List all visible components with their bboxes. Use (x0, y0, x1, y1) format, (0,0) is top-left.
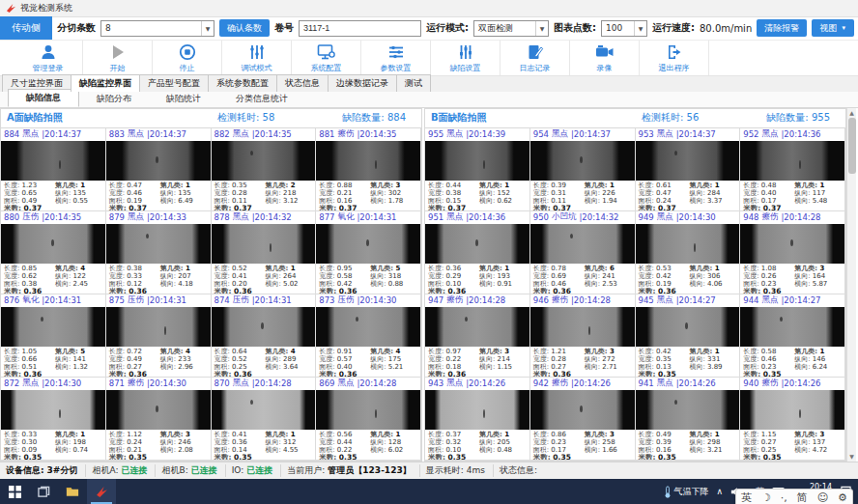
chart-points-select[interactable]: 100▼ (601, 20, 647, 37)
debug-mode-button[interactable]: 调试模式 (222, 41, 292, 75)
defect-image[interactable] (636, 224, 740, 264)
ime-language-toggle[interactable]: 英 (741, 490, 752, 504)
defect-cell[interactable]: 880压伤|20:14:35长度: 0.85宽度: 0.62面积: 0.38第几… (1, 211, 106, 294)
defect-cell[interactable]: 873压伤|20:14:30长度: 0.91宽度: 0.57面积: 0.40第几… (316, 294, 421, 378)
defect-cell[interactable]: 874压伤|20:14:31长度: 0.64宽度: 0.52面积: 0.25第几… (212, 294, 317, 378)
defect-cell[interactable]: 884黑点|20:14:37长度: 1.23宽度: 0.65面积: 0.49第几… (1, 128, 106, 211)
start-button[interactable]: 开始 (83, 41, 153, 75)
defect-image[interactable] (316, 390, 420, 430)
ime-punctuation-icon[interactable]: ·, (781, 491, 787, 504)
subtab-defect-distribution[interactable]: 缺陷分布 (79, 91, 149, 107)
defect-cell[interactable]: 870黑点|20:14:28长度: 0.41宽度: 0.36面积: 0.14第几… (212, 378, 317, 461)
defect-image[interactable] (636, 307, 740, 347)
defect-cell[interactable]: 882黑点|20:14:35长度: 0.35宽度: 0.28面积: 0.11第几… (212, 128, 317, 211)
defect-image[interactable] (425, 307, 529, 347)
defect-cell[interactable]: 944黑点|20:14:27长度: 0.58宽度: 0.46面积: 0.23第几… (740, 294, 845, 378)
exit-button[interactable]: 退出程序 (640, 41, 709, 75)
param-settings-button[interactable]: 参数设置 (361, 41, 431, 75)
defect-image[interactable] (425, 224, 529, 264)
defect-image[interactable] (530, 390, 635, 430)
ime-fullhalf-moon-icon[interactable]: ☽ (761, 491, 771, 504)
defect-image[interactable] (740, 224, 844, 264)
defect-cell[interactable]: 946擦伤|20:14:28长度: 1.21宽度: 0.28面积: 0.27第几… (530, 294, 636, 378)
clear-alarm-button[interactable]: 清除报警 (757, 19, 807, 37)
run-mode-select[interactable]: 双面检测▼ (473, 20, 549, 37)
defect-cell[interactable]: 953黑点|20:14:37长度: 0.61宽度: 0.47面积: 0.24第几… (636, 128, 741, 211)
confirm-count-button[interactable]: 确认条数 (219, 19, 270, 37)
defect-image[interactable] (106, 390, 211, 430)
defect-image[interactable] (1, 390, 105, 430)
defect-cell[interactable]: 948擦伤|20:14:28长度: 1.08宽度: 0.26面积: 0.23第几… (740, 211, 845, 294)
task-view-button[interactable] (29, 479, 58, 504)
defect-image[interactable] (212, 141, 316, 181)
detection-app-taskbar-button[interactable] (87, 479, 116, 504)
tab-system-params[interactable]: 系统参数配置 (208, 74, 277, 92)
scroll-up-icon[interactable]: ▲ (849, 108, 854, 118)
start-button[interactable] (0, 479, 29, 504)
defect-cell[interactable]: 951黑点|20:14:36长度: 0.36宽度: 0.29面积: 0.10第几… (425, 211, 530, 294)
defect-cell[interactable]: 941黑点|20:14:26长度: 0.49宽度: 0.39面积: 0.16第几… (636, 378, 741, 461)
defect-image[interactable] (740, 141, 844, 181)
defect-image[interactable] (740, 390, 844, 430)
scroll-down-icon[interactable]: ▼ (849, 452, 854, 462)
vertical-scrollbar[interactable]: ▲ ▼ (846, 108, 856, 462)
defect-image[interactable] (425, 390, 529, 430)
defect-image[interactable] (316, 141, 420, 181)
defect-cell[interactable]: 877氧化|20:14:31长度: 0.95宽度: 0.58面积: 0.42第几… (316, 211, 421, 294)
ime-emoji-icon[interactable]: ☺ (817, 491, 828, 504)
tab-product-model[interactable]: 产品型号配置 (139, 74, 209, 92)
ime-simplified-toggle[interactable]: 简 (797, 490, 808, 504)
defect-image[interactable] (106, 224, 211, 264)
defect-cell[interactable]: 943黑点|20:14:26长度: 0.37宽度: 0.32面积: 0.10第几… (425, 378, 530, 461)
defect-cell[interactable]: 949黑点|20:14:30长度: 0.53宽度: 0.42面积: 0.19第几… (636, 211, 741, 294)
defect-image[interactable] (530, 307, 635, 347)
defect-image[interactable] (1, 307, 105, 347)
weather-tray-item[interactable]: 气温下降 (664, 486, 709, 498)
record-button[interactable]: 录像 (570, 41, 640, 75)
defect-image[interactable] (530, 141, 635, 181)
defect-cell[interactable]: 945黑点|20:14:27长度: 0.42宽度: 0.35面积: 0.13第几… (636, 294, 741, 378)
defect-cell[interactable]: 871擦伤|20:14:30长度: 1.12宽度: 0.24面积: 0.21第几… (106, 378, 212, 461)
defect-image[interactable] (212, 224, 316, 264)
defect-image[interactable] (740, 307, 844, 347)
ime-settings-gear-icon[interactable]: ⚙ (838, 491, 847, 504)
defect-cell[interactable]: 955黑点|20:14:39长度: 0.44宽度: 0.38面积: 0.15第几… (425, 128, 530, 211)
defect-cell[interactable]: 875压伤|20:14:31长度: 0.72宽度: 0.49面积: 0.27第几… (106, 294, 212, 378)
defect-cell[interactable]: 942擦伤|20:14:26长度: 0.86宽度: 0.23面积: 0.17第几… (530, 378, 636, 461)
view-menu-button[interactable]: 视图▼ (812, 19, 854, 37)
tab-edge-data[interactable]: 边缘数据记录 (328, 74, 397, 92)
system-config-button[interactable]: 系统配置 (292, 41, 361, 75)
stop-button[interactable]: 停止 (153, 41, 222, 75)
tab-test[interactable]: 测试 (396, 74, 431, 92)
tab-defect-monitor[interactable]: 缺陷监控界面 (71, 74, 140, 92)
admin-login-button[interactable]: 管理登录 (14, 41, 83, 75)
defect-image[interactable] (316, 224, 420, 264)
log-record-button[interactable]: 日志记录 (500, 41, 570, 75)
roll-number-input[interactable] (299, 20, 421, 37)
defect-cell[interactable]: 872黑点|20:14:30长度: 0.33宽度: 0.30面积: 0.09第几… (1, 378, 106, 461)
defect-image[interactable] (1, 224, 105, 264)
subtab-class-stats[interactable]: 分类信息统计 (218, 91, 305, 107)
defect-cell[interactable]: 940擦伤|20:14:26长度: 1.15宽度: 0.27面积: 0.25第几… (740, 378, 845, 461)
defect-cell[interactable]: 869黑点|20:14:28长度: 0.56宽度: 0.44面积: 0.22第几… (316, 378, 421, 461)
defect-image[interactable] (636, 141, 740, 181)
defect-image[interactable] (1, 141, 105, 181)
defect-cell[interactable]: 954黑点|20:14:37长度: 0.39宽度: 0.31面积: 0.11第几… (530, 128, 636, 211)
defect-image[interactable] (106, 307, 211, 347)
defect-image[interactable] (530, 224, 635, 264)
defect-cell[interactable]: 881擦伤|20:14:35长度: 0.88宽度: 0.21面积: 0.16第几… (316, 128, 421, 211)
defect-cell[interactable]: 876氧化|20:14:31长度: 1.05宽度: 0.66面积: 0.51第几… (1, 294, 106, 378)
slit-count-select[interactable]: 8▼ (100, 20, 214, 37)
defect-cell[interactable]: 947擦伤|20:14:28长度: 0.97宽度: 0.22面积: 0.18第几… (425, 294, 530, 378)
defect-image[interactable] (636, 390, 740, 430)
defect-cell[interactable]: 883黑点|20:14:37长度: 0.47宽度: 0.46面积: 0.19第几… (106, 128, 212, 211)
defect-cell[interactable]: 878黑点|20:14:32长度: 0.52宽度: 0.41面积: 0.20第几… (212, 211, 317, 294)
defect-image[interactable] (316, 307, 420, 347)
defect-cell[interactable]: 950小凹坑|20:14:32长度: 0.78宽度: 0.69面积: 0.46第… (530, 211, 636, 294)
tab-status-info[interactable]: 状态信息 (276, 74, 329, 92)
tray-expand-chevron-icon[interactable]: ∧ (717, 487, 724, 496)
file-explorer-button[interactable] (58, 479, 87, 504)
defect-image[interactable] (425, 141, 529, 181)
defect-image[interactable] (212, 307, 316, 347)
subtab-defect-stats[interactable]: 缺陷统计 (149, 91, 218, 107)
